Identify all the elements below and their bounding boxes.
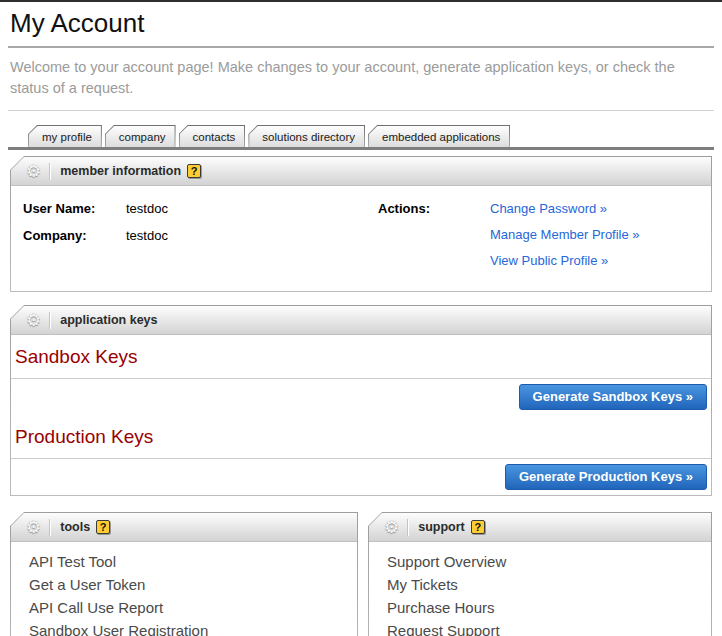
tools-title: tools xyxy=(60,520,90,534)
tab-company[interactable]: company xyxy=(105,125,176,147)
request-support-link[interactable]: Request Support xyxy=(387,619,711,636)
header-separator xyxy=(49,312,51,329)
application-keys-title: application keys xyxy=(60,313,157,327)
user-name-row: User Name: testdoc xyxy=(23,201,378,216)
header-separator xyxy=(49,163,51,180)
company-row: Company: testdoc xyxy=(23,228,378,243)
member-information-header: ⚙ member information ? xyxy=(11,157,711,186)
support-list: Support Overview My Tickets Purchase Hou… xyxy=(369,542,711,636)
my-tickets-link[interactable]: My Tickets xyxy=(387,573,711,596)
tab-embedded-applications[interactable]: embedded applications xyxy=(368,125,510,147)
gear-icon: ⚙ xyxy=(26,312,41,329)
title-divider xyxy=(8,46,714,48)
gear-icon: ⚙ xyxy=(384,519,399,536)
user-name-label: User Name: xyxy=(23,201,126,216)
actions-label: Actions: xyxy=(378,201,490,279)
page-top-border xyxy=(0,0,722,2)
application-keys-panel: ⚙ application keys Sandbox Keys Generate… xyxy=(10,305,712,496)
view-public-profile-link[interactable]: View Public Profile » xyxy=(490,253,640,268)
company-value: testdoc xyxy=(126,228,168,243)
get-user-token-link[interactable]: Get a User Token xyxy=(29,573,357,596)
tab-embedded-applications-label: embedded applications xyxy=(369,126,509,147)
header-separator xyxy=(49,519,51,536)
change-password-link[interactable]: Change Password » xyxy=(490,201,640,216)
tools-list: API Test Tool Get a User Token API Call … xyxy=(11,542,357,636)
tools-header: ⚙ tools ? xyxy=(11,513,357,542)
application-keys-header: ⚙ application keys xyxy=(11,306,711,335)
help-icon[interactable]: ? xyxy=(471,520,485,534)
sandbox-user-registration-link[interactable]: Sandbox User Registration xyxy=(29,619,357,636)
purchase-hours-link[interactable]: Purchase Hours xyxy=(387,596,711,619)
help-icon[interactable]: ? xyxy=(187,164,201,178)
tools-panel: ⚙ tools ? API Test Tool Get a User Token… xyxy=(10,512,358,636)
page-title: My Account xyxy=(10,8,714,39)
api-test-tool-link[interactable]: API Test Tool xyxy=(29,550,357,573)
tab-my-profile-label: my profile xyxy=(29,126,101,147)
sandbox-keys-heading: Sandbox Keys xyxy=(11,335,711,378)
generate-sandbox-keys-button[interactable]: Generate Sandbox Keys » xyxy=(519,384,707,410)
support-header: ⚙ support ? xyxy=(369,513,711,542)
member-information-title: member information xyxy=(60,164,181,178)
manage-member-profile-link[interactable]: Manage Member Profile » xyxy=(490,227,640,242)
support-title: support xyxy=(418,520,465,534)
tab-underline xyxy=(8,147,714,150)
gear-icon: ⚙ xyxy=(26,163,41,180)
welcome-text: Welcome to your account page! Make chang… xyxy=(10,57,710,99)
generate-production-keys-button[interactable]: Generate Production Keys » xyxy=(505,464,707,490)
tab-company-label: company xyxy=(106,126,175,147)
tab-contacts-label: contacts xyxy=(180,126,245,147)
production-keys-heading: Production Keys xyxy=(11,415,711,458)
bottom-panels: ⚙ tools ? API Test Tool Get a User Token… xyxy=(10,512,712,636)
support-overview-link[interactable]: Support Overview xyxy=(387,550,711,573)
tab-solutions-directory[interactable]: solutions directory xyxy=(248,125,365,147)
help-icon[interactable]: ? xyxy=(96,520,110,534)
page-content: My Account Welcome to your account page!… xyxy=(0,8,722,636)
api-call-use-report-link[interactable]: API Call Use Report xyxy=(29,596,357,619)
tab-contacts[interactable]: contacts xyxy=(179,125,246,147)
gear-icon: ⚙ xyxy=(26,519,41,536)
header-separator xyxy=(407,519,409,536)
company-label: Company: xyxy=(23,228,126,243)
welcome-divider xyxy=(8,110,714,111)
member-information-body: User Name: testdoc Company: testdoc Acti… xyxy=(11,186,711,291)
tab-solutions-directory-label: solutions directory xyxy=(249,126,364,147)
member-information-panel: ⚙ member information ? User Name: testdo… xyxy=(10,156,712,292)
tab-my-profile[interactable]: my profile xyxy=(28,125,102,147)
user-name-value: testdoc xyxy=(126,201,168,216)
support-panel: ⚙ support ? Support Overview My Tickets … xyxy=(368,512,712,636)
tab-bar: my profile company contacts solutions di… xyxy=(28,125,714,147)
